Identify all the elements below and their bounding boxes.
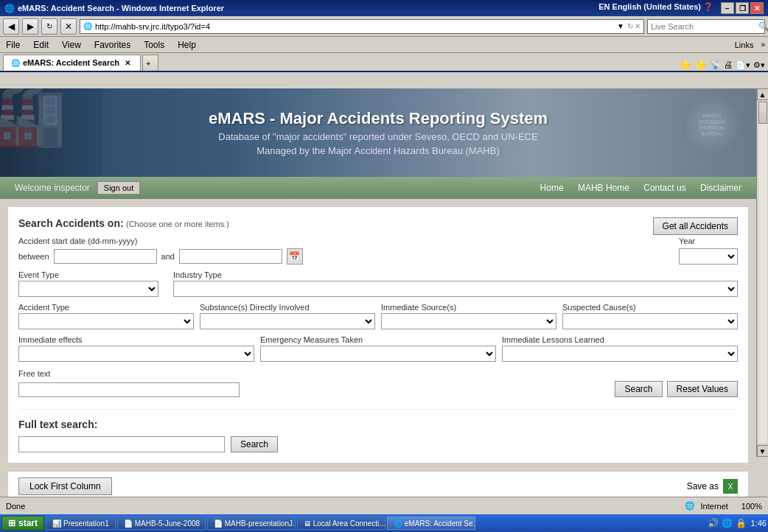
year-section: Year: [679, 237, 738, 265]
full-text-input[interactable]: [18, 436, 225, 452]
minimize-button[interactable]: −: [721, 2, 734, 14]
nav-link-disclaimer[interactable]: Disclaimer: [700, 183, 741, 193]
nav-link-home[interactable]: Home: [540, 183, 564, 193]
immediate-source-select[interactable]: [381, 313, 556, 329]
vertical-scrollbar: ▲ ▼: [756, 88, 768, 457]
banner-text: eMARS - Major Accidents Reporting System…: [209, 109, 548, 156]
search-icon[interactable]: 🔍: [755, 21, 768, 32]
immediate-effects-select[interactable]: [18, 346, 254, 362]
sign-out-button[interactable]: Sign out: [97, 181, 140, 195]
menu-file[interactable]: File: [3, 39, 23, 51]
date-row: Accident start date (dd-mm-yyyy) between…: [18, 237, 738, 265]
close-button[interactable]: ✕: [750, 2, 764, 14]
page-menu-icon[interactable]: 📄▾: [736, 60, 750, 70]
menu-view[interactable]: View: [59, 39, 84, 51]
scroll-thumb[interactable]: [758, 102, 767, 124]
active-tab[interactable]: 🌐 eMARS: Accident Search ✕: [3, 55, 141, 71]
tray-icon-security: 🔒: [736, 518, 747, 528]
full-text-title: Full text search:: [18, 419, 738, 430]
address-bar[interactable]: 🌐 http://mahb-srv.jrc.it/typo3/?id=4 ▼ ↻…: [80, 19, 644, 34]
between-label: between: [18, 252, 49, 261]
restore-button[interactable]: ❐: [736, 2, 749, 14]
scroll-down-arrow[interactable]: ▼: [757, 445, 769, 457]
tools-menu-icon[interactable]: ⚙▾: [753, 60, 765, 70]
search-button[interactable]: Search: [615, 381, 662, 397]
scroll-track[interactable]: [758, 102, 767, 444]
status-icons: 🌐 Internet 100%: [685, 501, 762, 511]
menu-help[interactable]: Help: [175, 39, 199, 51]
nav-link-contact[interactable]: Contact us: [643, 183, 685, 193]
tab-label: eMARS: Accident Search: [23, 58, 119, 67]
url-text: http://mahb-srv.jrc.it/typo3/?id=4: [95, 22, 617, 31]
lang-indicator: EN English (United States) ❓: [598, 2, 713, 14]
free-text-label: Free text: [18, 369, 607, 378]
full-text-search-button[interactable]: Search: [231, 436, 278, 452]
go-button[interactable]: ↻: [627, 22, 633, 30]
year-dropdown-container: [679, 248, 738, 265]
lock-first-column-button[interactable]: Lock First Column: [18, 477, 112, 495]
taskbar-label-2: MAHB-presentationJ...: [225, 519, 296, 528]
menu-tools[interactable]: Tools: [141, 39, 167, 51]
start-button[interactable]: ⊞ start: [1, 516, 44, 531]
suspected-cause-select[interactable]: [562, 313, 738, 329]
links-button[interactable]: Links: [735, 41, 754, 49]
taskbar-item-3[interactable]: 🖥 Local Area Connecti...: [297, 517, 385, 530]
industry-type-select[interactable]: [173, 281, 738, 297]
industry-type-label: Industry Type: [173, 270, 738, 279]
taskbar-icon-4: 🌐: [394, 519, 402, 528]
chevron-right-icon: »: [761, 41, 765, 49]
status-text: Done: [6, 502, 677, 511]
taskbar-item-2[interactable]: 📄 MAHB-presentationJ...: [207, 517, 296, 530]
zoom-text: 100%: [741, 502, 762, 511]
immediate-lessons-select[interactable]: [502, 346, 738, 362]
taskbar-label-0: Presentation1: [63, 519, 109, 528]
stop-button[interactable]: ✕: [60, 18, 77, 35]
back-button[interactable]: ◀: [3, 18, 19, 35]
date-from-input[interactable]: [54, 249, 157, 264]
save-as-icon[interactable]: X: [723, 479, 738, 494]
print-icon[interactable]: 🖨: [724, 60, 733, 70]
scroll-up-arrow[interactable]: ▲: [757, 88, 769, 100]
taskbar-icon-3: 🖥: [304, 519, 311, 528]
favorites-add-icon[interactable]: ⭐: [694, 59, 707, 71]
immediate-lessons-field: Immediate Lessons Learned: [502, 335, 738, 362]
favorites-icon[interactable]: ⭐: [679, 59, 691, 71]
tab-close-button[interactable]: ✕: [122, 57, 133, 68]
reset-button[interactable]: Reset Values: [667, 381, 738, 397]
substances-select[interactable]: [200, 313, 375, 329]
search-input[interactable]: [648, 21, 755, 32]
taskbar-label-4: eMARS: Accident Se...: [405, 519, 475, 528]
year-select[interactable]: [679, 248, 738, 265]
event-type-select[interactable]: [18, 281, 158, 297]
refresh-button[interactable]: ↻: [41, 18, 57, 35]
search-bar[interactable]: 🔍: [647, 19, 765, 34]
taskbar-item-0[interactable]: 📊 Presentation1: [46, 517, 116, 530]
browser-toolbar: ◀ ▶ ↻ ✕ 🌐 http://mahb-srv.jrc.it/typo3/?…: [0, 16, 768, 37]
accident-type-select[interactable]: [18, 313, 194, 329]
substances-label: Substance(s) Directly Involved: [200, 303, 375, 312]
menu-edit[interactable]: Edit: [30, 39, 52, 51]
new-tab-button[interactable]: +: [142, 55, 158, 71]
event-type-label: Event Type: [18, 270, 166, 279]
emergency-measures-select[interactable]: [260, 346, 496, 362]
stop-nav-icon[interactable]: ✕: [635, 22, 640, 30]
menu-favorites[interactable]: Favorites: [91, 39, 133, 51]
free-text-input[interactable]: [18, 382, 240, 397]
browser-title-bar: 🌐 eMARS: Accident Search - Windows Inter…: [0, 0, 768, 16]
get-all-accidents-button[interactable]: Get all Accidents: [653, 217, 738, 235]
taskbar-icon-2: 📄: [214, 519, 223, 528]
nav-link-mahb[interactable]: MAHB Home: [578, 183, 629, 193]
browser-favicon: 🌐: [4, 4, 15, 13]
industry-type-field: Industry Type: [173, 270, 738, 297]
forward-button[interactable]: ▶: [22, 18, 38, 35]
taskbar-item-1[interactable]: 📄 MAHB-5-June-2008: [117, 517, 206, 530]
taskbar-item-4[interactable]: 🌐 eMARS: Accident Se...: [387, 517, 475, 530]
logo-text: MAJORACCIDENTHAZARDSBUREAU: [699, 113, 725, 138]
rss-icon[interactable]: 📡: [710, 60, 721, 70]
zone-text: Internet: [701, 502, 728, 511]
date-to-input[interactable]: [179, 249, 282, 264]
action-buttons: Search Reset Values: [615, 381, 738, 397]
suspected-cause-field: Suspected Cause(s): [562, 303, 738, 329]
calendar-button[interactable]: 📅: [287, 248, 303, 265]
address-dropdown-icon[interactable]: ▼: [617, 22, 624, 30]
